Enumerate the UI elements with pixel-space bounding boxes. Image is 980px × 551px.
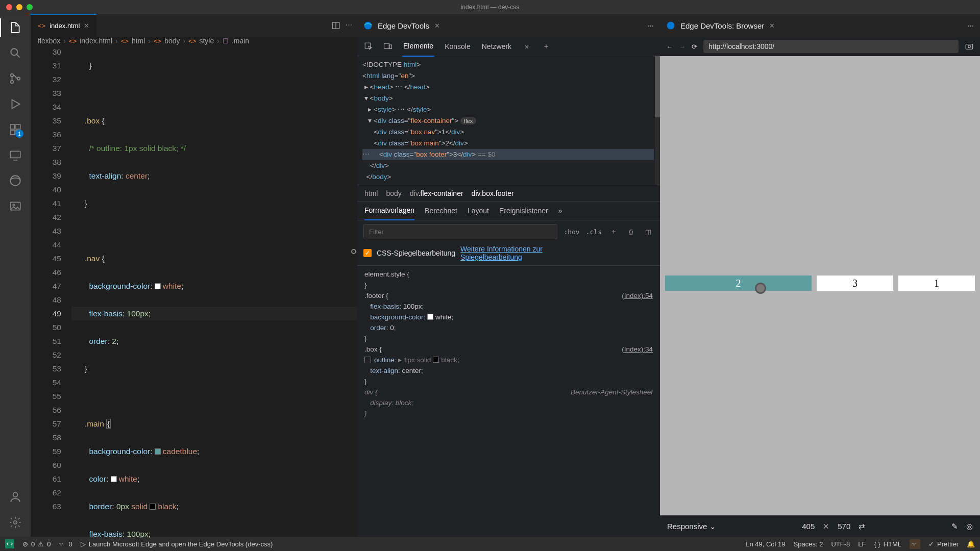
browser-tabbar: Edge DevTools: Browser ✕ ⋯ <box>660 14 980 37</box>
close-window[interactable] <box>6 4 12 10</box>
code-lines[interactable]: } .box { /* outline: 1px solid black; */… <box>71 45 357 551</box>
explorer-icon[interactable] <box>8 20 22 35</box>
svg-point-3 <box>17 77 20 80</box>
device-select[interactable]: Responsive ⌄ <box>667 522 716 531</box>
remote-indicator[interactable] <box>5 539 14 548</box>
extensions-icon[interactable]: 1 <box>8 122 22 137</box>
edge-icon[interactable] <box>8 173 22 188</box>
svg-rect-8 <box>10 151 20 158</box>
dom-tree[interactable]: <!DOCTYPE html> <html lang="en"> ▸ <head… <box>357 56 660 185</box>
forward-icon[interactable]: → <box>679 43 685 51</box>
filter-input[interactable] <box>363 224 557 239</box>
encoding[interactable]: UTF-8 <box>831 540 850 548</box>
inspect-icon[interactable] <box>363 41 374 52</box>
width-value[interactable]: 405 <box>802 522 815 531</box>
close-icon[interactable]: ✕ <box>823 522 829 531</box>
tab-console[interactable]: Konsole <box>444 37 472 56</box>
device-bar: Responsive ⌄ 405 ✕ 570 ⇄ ✎ ◎ <box>660 515 980 537</box>
tab-styles[interactable]: Formatvorlagen <box>364 201 414 220</box>
svg-point-0 <box>11 48 17 55</box>
breadcrumb[interactable]: flexbox› <>index.html› <>html› <>body› <… <box>31 37 357 45</box>
scm-icon[interactable] <box>8 71 22 86</box>
box-main: 2 <box>665 276 812 291</box>
more-tabs-icon[interactable]: » <box>558 207 562 215</box>
image-icon[interactable] <box>8 199 22 213</box>
activity-bar: 1 <box>0 14 31 537</box>
cursor-position[interactable]: Ln 49, Col 19 <box>746 540 785 548</box>
rotate-icon[interactable]: ⇄ <box>859 522 865 531</box>
code-editor[interactable]: 3031323334353637383940414243444546474849… <box>31 45 357 551</box>
go-live[interactable]: ᯤ <box>910 539 920 549</box>
language-mode[interactable]: { }HTML <box>874 540 901 548</box>
devtools-title: Edge DevTools <box>378 21 429 30</box>
scrollbar[interactable] <box>655 56 660 185</box>
indent[interactable]: Spaces: 2 <box>794 540 823 548</box>
tab-index-html[interactable]: <> index.html ✕ <box>31 14 96 37</box>
resize-handle[interactable] <box>755 283 766 294</box>
tab-listeners[interactable]: Ereignislistener <box>499 207 548 215</box>
close-icon[interactable]: ✕ <box>769 22 775 30</box>
svg-point-12 <box>13 492 18 497</box>
prettier[interactable]: ✓Prettier <box>928 540 959 548</box>
devtools-toolbar: Elemente Konsole Netzwerk » ＋ <box>357 37 660 56</box>
mirror-label: CSS-Spiegelbearbeitung <box>377 249 455 257</box>
tab-layout[interactable]: Layout <box>468 207 489 215</box>
reload-icon[interactable]: ⟳ <box>692 43 697 51</box>
new-rule-icon[interactable]: ＋ <box>608 226 619 237</box>
height-value[interactable]: 570 <box>838 522 850 531</box>
browser-title: Edge DevTools: Browser <box>680 21 764 30</box>
svg-rect-17 <box>384 43 389 49</box>
browser-nav: ← → ⟳ http://localhost:3000/ <box>660 37 980 56</box>
search-icon[interactable] <box>8 46 22 60</box>
editor: <> index.html ✕ ⋯ flexbox› <>index.html›… <box>31 14 357 537</box>
more-icon[interactable]: ⋯ <box>346 21 352 30</box>
url-bar[interactable]: http://localhost:3000/ <box>703 40 959 53</box>
minimize-window[interactable] <box>16 4 22 10</box>
notifications-icon[interactable]: 🔔 <box>967 540 975 548</box>
hov-toggle[interactable]: :hov <box>564 228 579 236</box>
settings-icon[interactable] <box>8 515 22 530</box>
mirror-checkbox[interactable]: ✓ <box>363 249 372 257</box>
debug-icon[interactable] <box>8 97 22 111</box>
ports[interactable]: ᯤ0 <box>59 540 72 548</box>
devtools-panel: Edge DevTools ✕ ⋯ Elemente Konsole Netzw… <box>357 14 660 537</box>
traffic-lights <box>6 4 33 10</box>
remote-icon[interactable] <box>8 148 22 162</box>
dom-breadcrumb[interactable]: html body div.flex-container div.box.foo… <box>357 185 660 201</box>
more-icon[interactable]: ⋯ <box>647 22 654 30</box>
tab-network[interactable]: Netzwerk <box>481 37 512 56</box>
account-icon[interactable] <box>8 490 22 504</box>
eol[interactable]: LF <box>858 540 866 548</box>
svg-point-9 <box>10 176 20 186</box>
cls-toggle[interactable]: .cls <box>586 228 602 236</box>
screenshot-icon[interactable] <box>965 42 974 51</box>
close-icon[interactable]: ✕ <box>434 22 440 30</box>
svg-rect-16 <box>365 43 371 48</box>
svg-rect-4 <box>10 124 15 129</box>
back-icon[interactable]: ← <box>666 43 673 51</box>
svg-point-21 <box>968 45 971 48</box>
mirror-link[interactable]: Weitere Informationen zur Spiegelbearbei… <box>460 245 573 261</box>
maximize-window[interactable] <box>27 4 33 10</box>
close-icon[interactable]: ✕ <box>84 22 89 30</box>
more-tabs-icon[interactable]: » <box>522 41 532 52</box>
titlebar: index.html — dev-css <box>0 0 980 14</box>
add-tab-icon[interactable]: ＋ <box>541 41 551 52</box>
device-toggle-icon[interactable] <box>383 41 393 52</box>
svg-point-15 <box>364 22 372 30</box>
editor-tabs: <> index.html ✕ ⋯ <box>31 14 357 37</box>
styles-pane[interactable]: element.style { } .footer {(Index):54 fl… <box>357 266 660 537</box>
browser-viewport[interactable]: 2 3 1 <box>660 56 980 515</box>
edit-icon[interactable]: ✎ <box>951 522 958 531</box>
split-editor-icon[interactable] <box>331 21 340 30</box>
target-icon[interactable]: ◎ <box>966 522 973 531</box>
svg-point-13 <box>14 521 17 524</box>
tab-elements[interactable]: Elemente <box>402 36 434 57</box>
print-icon[interactable]: ⎙ <box>625 226 636 237</box>
more-icon[interactable]: ⋯ <box>967 22 974 30</box>
tab-computed[interactable]: Berechnet <box>425 207 457 215</box>
problems[interactable]: ⊘0⚠0 <box>22 540 51 548</box>
svg-rect-5 <box>10 130 15 135</box>
indicator-icon <box>351 249 356 254</box>
panel-icon[interactable]: ◫ <box>643 226 654 237</box>
